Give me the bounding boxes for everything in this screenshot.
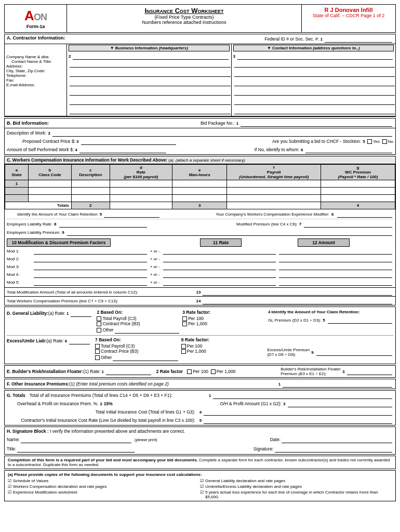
mod5-factor-field[interactable]	[34, 278, 147, 286]
row-1-rate[interactable]	[172, 180, 227, 188]
mod1-amount-field[interactable]	[279, 247, 392, 255]
row-1-desc[interactable]	[110, 180, 172, 188]
excess-rate-field[interactable]	[69, 337, 90, 344]
description-field[interactable]	[52, 129, 392, 137]
mod2-rate-field[interactable]	[163, 255, 276, 262]
row-1-num: 1	[5, 180, 29, 188]
contact-field-3[interactable]	[234, 70, 395, 77]
total-wc-label: Total Workers Compensation Premium (line…	[7, 299, 196, 303]
contact-field-5[interactable]	[234, 88, 395, 96]
row-2-payroll[interactable]	[321, 188, 395, 195]
mod3-factor-field[interactable]	[34, 263, 147, 270]
gl-rate-field[interactable]	[71, 310, 91, 317]
row-2-manhours[interactable]	[227, 188, 321, 195]
row-2-rate[interactable]	[172, 188, 227, 195]
business-field-7[interactable]	[70, 107, 231, 114]
modified-field[interactable]	[304, 220, 392, 228]
contact-field-4[interactable]	[234, 79, 395, 86]
row-3-manhours[interactable]	[227, 195, 321, 202]
section-f-field[interactable]	[283, 380, 392, 388]
total-wc-field[interactable]	[203, 297, 392, 304]
row-2-state[interactable]	[29, 188, 72, 195]
row-2-class[interactable]	[71, 188, 110, 195]
business-field-2[interactable]	[70, 60, 231, 68]
row-3-class[interactable]	[71, 195, 110, 202]
gl-per1000-checkbox[interactable]	[182, 322, 187, 326]
section-e-rate-field[interactable]	[106, 368, 151, 375]
business-field-1[interactable]	[73, 52, 228, 60]
contact-field-1[interactable]	[237, 52, 393, 60]
gl-contract-checkbox[interactable]	[97, 322, 101, 326]
excess-per100-checkbox[interactable]	[181, 344, 186, 349]
row-3-rate[interactable]	[172, 195, 227, 202]
row-3-state[interactable]	[29, 195, 72, 202]
row-1-payroll[interactable]	[321, 180, 395, 188]
total-mod-field[interactable]	[203, 288, 392, 296]
gl-other-checkbox[interactable]	[97, 328, 101, 332]
h-title-field[interactable]	[17, 445, 135, 453]
row-3-desc[interactable]	[110, 195, 172, 202]
excess-other-field[interactable]	[113, 354, 178, 361]
mod5-rate-field[interactable]	[163, 278, 276, 286]
h-name-field[interactable]	[21, 436, 131, 443]
no-checkbox[interactable]	[382, 139, 387, 144]
contract-price-label: Proposed Contract Price $:	[7, 139, 75, 144]
mod1-factor-field[interactable]	[34, 247, 147, 255]
totals-2: 2	[71, 202, 110, 209]
g-initial-field[interactable]	[204, 408, 392, 416]
row-1-class[interactable]	[71, 180, 110, 188]
business-field-5[interactable]	[70, 88, 231, 96]
gl-payroll-checkbox[interactable]	[97, 316, 101, 321]
row-1-manhours[interactable]	[227, 180, 321, 188]
mod4-rate-field[interactable]	[163, 271, 276, 278]
contact-field-6[interactable]	[234, 98, 395, 105]
employers-prem-field[interactable]	[67, 229, 392, 236]
gl-per100-checkbox[interactable]	[182, 316, 187, 321]
row-1-state[interactable]	[29, 180, 72, 188]
self-perform-field[interactable]	[79, 146, 166, 153]
claim-field[interactable]	[104, 210, 159, 218]
bid-package-field[interactable]	[241, 119, 392, 127]
federal-id-field[interactable]	[325, 35, 392, 43]
contract-price-field[interactable]	[81, 138, 176, 145]
h-title-label: Title:	[7, 446, 16, 451]
mod2-amount-field[interactable]	[279, 255, 392, 262]
totals-field-3[interactable]	[227, 202, 321, 209]
mod4-amount-field[interactable]	[279, 271, 392, 278]
section-e-per100-checkbox[interactable]	[187, 369, 192, 374]
mod3-rate-field[interactable]	[163, 263, 276, 270]
contact-field-7[interactable]	[234, 107, 395, 114]
business-field-4[interactable]	[70, 79, 231, 86]
row-2-desc[interactable]	[110, 188, 172, 195]
section-e-premium-field[interactable]	[347, 368, 392, 375]
excess-premium-field[interactable]	[316, 349, 392, 356]
g-oh-amount-field[interactable]	[288, 400, 392, 407]
mod4-factor-field[interactable]	[34, 271, 147, 278]
identify-field[interactable]	[305, 146, 392, 153]
totals-field-2[interactable]	[110, 202, 172, 209]
excess-payroll-checkbox[interactable]	[95, 344, 100, 349]
gl-premium-field[interactable]	[328, 316, 392, 324]
h-signature-field[interactable]	[275, 445, 392, 453]
employers-field[interactable]	[59, 220, 148, 228]
row-3-payroll[interactable]	[321, 195, 395, 202]
mod2-factor-field[interactable]	[34, 255, 147, 262]
excess-per1000-checkbox[interactable]	[181, 349, 186, 354]
gl-other-field[interactable]	[115, 326, 179, 334]
section-e-per1000-checkbox[interactable]	[211, 369, 216, 374]
h-date-field[interactable]	[282, 436, 392, 443]
experience-field[interactable]	[337, 210, 392, 218]
excess-contract-checkbox[interactable]	[95, 349, 100, 354]
g-total-field[interactable]	[213, 392, 392, 399]
yes-checkbox[interactable]	[367, 139, 372, 144]
mod3-amount-field[interactable]	[279, 263, 392, 270]
g-title: G. Totals	[7, 393, 25, 398]
mod5-amount-field[interactable]	[279, 278, 392, 286]
business-field-6[interactable]	[70, 98, 231, 105]
excess-other-checkbox[interactable]	[95, 355, 100, 360]
business-field-3[interactable]	[70, 70, 231, 77]
mod1-rate-field[interactable]	[163, 247, 276, 255]
contact-field-2[interactable]	[234, 60, 395, 68]
federal-id-area: Federal ID # or Soc. Sec. #: 1	[264, 35, 393, 43]
g-rate-field[interactable]	[204, 417, 392, 424]
